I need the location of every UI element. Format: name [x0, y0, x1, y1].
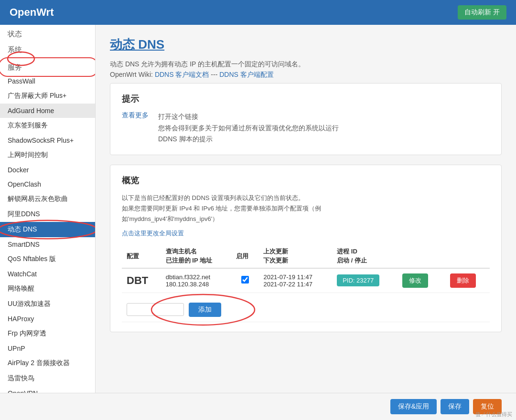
sidebar-item-qos-nft[interactable]: QoS Nftables 版	[0, 252, 95, 267]
bottom-bar: 保存&应用 保存 复位	[0, 393, 516, 420]
main-content: 动态 DNS 动态 DNS 允许为拥有动态 IP 的主机配置一个固定的可访问域名…	[96, 25, 516, 393]
save-button[interactable]: 保存	[441, 399, 469, 414]
wiki-link-2[interactable]: DDNS 客户端配置	[219, 71, 274, 78]
sidebar-item-docker[interactable]: Docker	[0, 163, 95, 177]
overview-desc-line2: 如果您需要同时更新 IPv4 和 IPv6 地址，您需要单独添加两个配置项（例	[122, 203, 490, 214]
pid-badge: PID: 23277	[337, 274, 379, 286]
add-name-input[interactable]	[127, 303, 184, 316]
add-row-cell: 添加	[122, 293, 490, 322]
overview-card: 概览 以下是当前已经配置好的 DDNS 设置项列表以及它们的当前状态。 如果您需…	[110, 165, 502, 332]
layout: 状态 系统 服务 PassWall 广告屏蔽大师 Plus+ AdGuard H…	[0, 25, 516, 393]
overview-desc-line1: 以下是当前已经配置好的 DDNS 设置项列表以及它们的当前状态。	[122, 193, 490, 203]
sidebar-item-adblock-plus[interactable]: 广告屏蔽大师 Plus+	[0, 88, 95, 104]
table-header-row: 配置 查询主机名 已注册的 IP 地址 启用	[122, 244, 490, 268]
cell-edit: 修改	[398, 268, 445, 293]
header: OpenWrt 自动刷新 开	[0, 0, 516, 25]
hint-link[interactable]: 查看更多	[122, 111, 149, 120]
auto-refresh-button[interactable]: 自动刷新 开	[458, 5, 506, 20]
sidebar-item-haproxy[interactable]: HAProxy	[0, 312, 95, 326]
hint-text-line3: DDNS 脚本的提示	[158, 134, 339, 145]
ddns-table: 配置 查询主机名 已注册的 IP 地址 启用	[122, 244, 490, 322]
circle-annotation-dns	[0, 219, 96, 240]
delete-button[interactable]: 删除	[450, 273, 476, 288]
logo: OpenWrt	[10, 6, 54, 19]
cell-config-name: DBT	[122, 268, 161, 293]
add-row: 添加	[122, 293, 490, 322]
page-title[interactable]: 动态 DNS	[110, 36, 502, 53]
sidebar-item-jd-checkin[interactable]: 京东签到服务	[0, 118, 95, 133]
edit-button[interactable]: 修改	[402, 273, 428, 288]
desc-wiki-sep: ---	[211, 71, 217, 78]
desc-line1: 动态 DNS 允许为拥有动态 IP 的主机配置一个固定的可访问域名。	[110, 60, 305, 68]
sidebar-item-netease-music[interactable]: 解锁网易云灰色歌曲	[0, 191, 95, 207]
hint-text: 打开这个链接 您将会得到更多关于如何通过所有设置项优化您的系统以运行 DDNS …	[158, 111, 339, 145]
sidebar-item-openclash[interactable]: OpenClash	[0, 177, 95, 191]
cell-last-update: 2021-07-19 11:47 2021-07-22 11:47	[258, 268, 332, 293]
page-description: 动态 DNS 允许为拥有动态 IP 的主机配置一个固定的可访问域名。 OpenW…	[110, 59, 502, 80]
hint-card: 提示 查看更多 打开这个链接 您将会得到更多关于如何通过所有设置项优化您的系统以…	[110, 83, 502, 155]
global-settings-link[interactable]: 点击这里更改全局设置	[122, 230, 184, 237]
sidebar-item-adguard-home[interactable]: AdGuard Home	[0, 104, 95, 118]
add-section: 添加	[127, 303, 485, 317]
sidebar-item-upnp[interactable]: UPnP	[0, 341, 95, 356]
table-body: DBT dbtian.f3322.net 180.120.38.248 2021…	[122, 268, 490, 322]
sidebar-item-frp[interactable]: Frp 内网穿透	[0, 326, 95, 341]
hint-text-line2: 您将会得到更多关于如何通过所有设置项优化您的系统以运行	[158, 123, 339, 134]
sidebar-section-services: 服务	[0, 58, 95, 74]
table-header: 配置 查询主机名 已注册的 IP 地址 启用	[122, 244, 490, 268]
hint-content: 查看更多 打开这个链接 您将会得到更多关于如何通过所有设置项优化您的系统以运行 …	[122, 111, 490, 145]
table-row: DBT dbtian.f3322.net 180.120.38.248 2021…	[122, 268, 490, 293]
sidebar-section-status: 状态	[0, 25, 95, 41]
watermark: 值↗什么值得买	[475, 411, 512, 418]
sidebar-item-shadowsocksr[interactable]: ShadowSocksR Plus+	[0, 133, 95, 147]
wiki-link-1[interactable]: DDNS 客户端文档	[155, 71, 209, 78]
sidebar-item-time-control[interactable]: 上网时间控制	[0, 147, 95, 163]
add-button[interactable]: 添加	[189, 303, 221, 317]
th-pid: 进程 ID 启动 / 停止	[332, 244, 490, 268]
desc-wiki-prefix: OpenWrt Wiki:	[110, 71, 153, 78]
cell-enabled	[231, 268, 259, 293]
sidebar-item-watchcat[interactable]: WatchCat	[0, 267, 95, 281]
cell-delete: 删除	[445, 268, 490, 293]
sidebar-item-wake-on-lan[interactable]: 网络唤醒	[0, 281, 95, 296]
th-config: 配置	[122, 244, 161, 268]
sidebar-item-uu-accelerator[interactable]: UU游戏加速器	[0, 296, 95, 312]
cell-pid: PID: 23277	[332, 268, 398, 293]
cell-hostname: dbtian.f3322.net 180.120.38.248	[161, 268, 231, 293]
enabled-checkbox[interactable]	[241, 276, 249, 284]
hint-text-line1: 打开这个链接	[158, 111, 339, 123]
sidebar: 状态 系统 服务 PassWall 广告屏蔽大师 Plus+ AdGuard H…	[0, 25, 96, 393]
save-apply-button[interactable]: 保存&应用	[390, 399, 437, 414]
th-last-update: 上次更新 下次更新	[258, 244, 332, 268]
sidebar-item-dynamic-dns[interactable]: 动态 DNS	[0, 222, 95, 237]
th-enabled: 启用	[231, 244, 259, 268]
overview-desc: 以下是当前已经配置好的 DDNS 设置项列表以及它们的当前状态。 如果您需要同时…	[122, 193, 490, 224]
sidebar-section-system: 系统	[0, 41, 95, 56]
sidebar-item-passwall[interactable]: PassWall	[0, 74, 95, 88]
hint-title: 提示	[122, 93, 490, 105]
overview-title: 概览	[122, 175, 490, 186]
sidebar-item-xunlei[interactable]: 迅雷快鸟	[0, 371, 95, 386]
sidebar-item-openvpn[interactable]: OpenVPN	[0, 386, 95, 393]
overview-desc-line3: 如'myddns_ipv4'和'myddns_ipv6'）	[122, 214, 490, 224]
sidebar-item-alidns[interactable]: 阿里DDNS	[0, 207, 95, 222]
svg-point-0	[0, 220, 96, 239]
sidebar-item-airplay2[interactable]: AirPlay 2 音频接收器	[0, 356, 95, 371]
sidebar-item-smartdns[interactable]: SmartDNS	[0, 237, 95, 252]
th-hostname: 查询主机名 已注册的 IP 地址	[161, 244, 231, 268]
